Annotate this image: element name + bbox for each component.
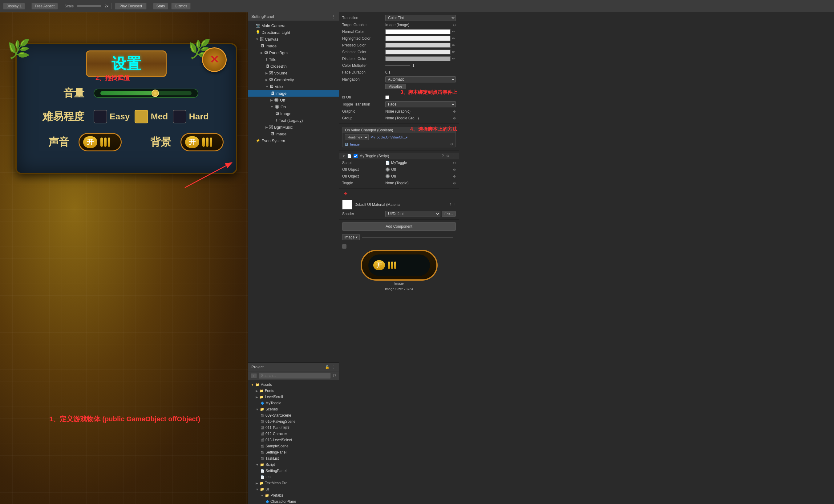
target-graphic-pick[interactable]: ⊙ bbox=[453, 23, 456, 27]
play-focused-btn[interactable]: Play Focused bbox=[115, 3, 147, 9]
proj-mytoggle-asset[interactable]: 🔷 MyToggle bbox=[248, 400, 339, 406]
preview-expand-btn[interactable] bbox=[342, 244, 347, 249]
pressed-color-swatch[interactable] bbox=[385, 43, 451, 48]
highlighted-color-swatch[interactable] bbox=[385, 36, 451, 41]
hier-item-panelbgm[interactable]: ▶ 🖼 PanelBgm bbox=[248, 49, 339, 56]
image-dropdown-btn[interactable]: Image ▾ bbox=[342, 234, 360, 240]
proj-script-folder[interactable]: ▼ 📁 Script bbox=[248, 461, 339, 468]
hier-item-canvas[interactable]: ▼ 🖼 Canvas bbox=[248, 36, 339, 43]
proj-charactor-plane[interactable]: 🔷 CharactorPlane bbox=[248, 499, 339, 504]
add-component-btn[interactable]: Add Component bbox=[342, 222, 456, 231]
hier-item-bgmmusic[interactable]: ▶ 🖼 BgmMusic bbox=[248, 124, 339, 131]
volume-slider[interactable] bbox=[94, 89, 198, 98]
hier-item-image1[interactable]: 🖼 Image bbox=[248, 43, 339, 49]
sound-toggle[interactable]: 开 bbox=[79, 133, 122, 152]
disabled-color-swatch[interactable] bbox=[385, 56, 451, 61]
hier-item-title[interactable]: T Title bbox=[248, 56, 339, 63]
proj-scenes-folder[interactable]: ▼ 📁 Scenes bbox=[248, 406, 339, 412]
off-object-pick[interactable]: ⊙ bbox=[453, 168, 456, 172]
proj-setting-panel-script[interactable]: 📄 SettingPanel bbox=[248, 468, 339, 474]
hier-item-complexity[interactable]: ▶ 🖼 Complexity bbox=[248, 76, 339, 83]
close-button[interactable]: ✕ bbox=[202, 47, 227, 72]
hier-item-main-camera[interactable]: 📷 Main Camera bbox=[248, 22, 339, 29]
proj-test-script[interactable]: 📄 test bbox=[248, 474, 339, 480]
shader-dropdown[interactable]: UI/Default bbox=[385, 211, 440, 217]
is-on-checkbox[interactable] bbox=[385, 95, 389, 99]
hier-item-voice[interactable]: ▼ 🖼 Voice bbox=[248, 83, 339, 90]
normal-color-picker[interactable]: ✏ bbox=[452, 29, 456, 34]
my-toggle-menu-icon[interactable]: ⋮ bbox=[452, 154, 456, 158]
proj-sample-scene[interactable]: 🎬 SampleScene bbox=[248, 443, 339, 449]
on-object-pick[interactable]: ⊙ bbox=[453, 175, 456, 179]
hier-item-volume[interactable]: ▶ 🖼 Volume bbox=[248, 70, 339, 76]
navigation-dropdown[interactable]: Automatic bbox=[385, 76, 456, 83]
off-icon: 🔘 bbox=[274, 98, 279, 102]
proj-scene2[interactable]: 🎬 010-PalvingScene bbox=[248, 418, 339, 425]
proj-ui-folder[interactable]: ▼ 📁 UI bbox=[248, 486, 339, 492]
pressed-color-picker[interactable]: ✏ bbox=[452, 43, 456, 47]
visualize-btn[interactable]: Visualize bbox=[385, 84, 405, 89]
selected-color-picker[interactable]: ✏ bbox=[452, 50, 456, 54]
my-toggle-header[interactable]: ▼ 📄 My Toggle (Script) ? ⚙ ⋮ bbox=[339, 153, 459, 159]
add-asset-btn[interactable]: + bbox=[251, 373, 257, 378]
hier-item-on[interactable]: ▼ 🔘 On bbox=[248, 104, 339, 110]
hier-item-off[interactable]: ▶ 🔘 Off bbox=[248, 97, 339, 104]
canvas-arrow: ▼ bbox=[256, 38, 259, 41]
project-menu-icon[interactable]: ⋮ bbox=[332, 365, 336, 369]
display-dropdown[interactable]: Display 1 bbox=[3, 3, 25, 9]
normal-color-swatch[interactable] bbox=[385, 29, 451, 34]
lock-icon[interactable]: 🔒 bbox=[325, 365, 330, 369]
image-dropdown-line bbox=[362, 237, 453, 237]
my-toggle-enabled[interactable] bbox=[354, 154, 357, 158]
stats-btn[interactable]: Stats bbox=[153, 3, 168, 9]
scale-slider[interactable] bbox=[77, 5, 101, 7]
edit-btn[interactable]: Edit... bbox=[442, 211, 456, 216]
hier-item-on-image[interactable]: 🖼 Image bbox=[248, 110, 339, 117]
easy-option[interactable]: Easy bbox=[94, 110, 130, 123]
project-search-input[interactable] bbox=[259, 373, 330, 379]
proj-assets-folder[interactable]: ▼ 📁 Assets bbox=[248, 382, 339, 388]
proj-prefabs-folder[interactable]: ▼ 📁 Prefabs bbox=[248, 492, 339, 499]
toggle-bars bbox=[101, 138, 110, 147]
transition-row: Transition Color Tint bbox=[339, 14, 459, 22]
proj-levelscroll-folder[interactable]: ▶ 📁 LevelScroll bbox=[248, 394, 339, 400]
hier-item-dir-light[interactable]: 💡 Directional Light bbox=[248, 29, 339, 36]
aspect-dropdown[interactable]: Free Aspect bbox=[31, 3, 58, 9]
highlighted-color-picker[interactable]: ✏ bbox=[452, 36, 456, 41]
toggle-transition-dropdown[interactable]: Fade bbox=[385, 101, 456, 107]
color-multiplier-slider[interactable] bbox=[385, 65, 410, 66]
hier-item-on-text[interactable]: T Text (Legacy) bbox=[248, 117, 339, 124]
graphic-pick[interactable]: ⊙ bbox=[453, 110, 456, 114]
event-image-pick[interactable]: ⊙ bbox=[450, 142, 453, 146]
proj-scene5[interactable]: 🎬 013-LevelSelect bbox=[248, 437, 339, 443]
hier-item-eventsystem[interactable]: ⚡ EventSystem bbox=[248, 137, 339, 144]
toggle-ref-pick[interactable]: ⊙ bbox=[453, 181, 456, 185]
hier-item-closebtn[interactable]: 🖼 CloseBtn bbox=[248, 63, 339, 70]
runtime-dropdown[interactable]: Runtime▾ bbox=[345, 134, 369, 140]
complexity-icon: 🖼 bbox=[269, 77, 273, 82]
gizmos-btn[interactable]: Gizmos bbox=[171, 3, 191, 9]
help-icon[interactable]: ? bbox=[442, 154, 444, 158]
is-on-label: Is On bbox=[342, 95, 385, 99]
material-menu[interactable]: ⋮ bbox=[453, 203, 456, 207]
proj-scene3[interactable]: 🎬 011-Panel面板 bbox=[248, 425, 339, 431]
bg-toggle[interactable]: 开 bbox=[180, 133, 224, 152]
my-toggle-settings-icon[interactable]: ⚙ bbox=[446, 154, 449, 158]
proj-scene1[interactable]: 🎬 009-StartScene bbox=[248, 412, 339, 418]
hierarchy-menu-icon[interactable]: ⋮ bbox=[332, 14, 336, 19]
proj-fonts-folder[interactable]: ▶ 📁 Fonts bbox=[248, 388, 339, 394]
proj-tasklist[interactable]: 🎬 TaskList bbox=[248, 455, 339, 461]
material-help[interactable]: ? bbox=[449, 203, 451, 206]
selected-color-swatch[interactable] bbox=[385, 49, 451, 54]
proj-scene4[interactable]: 🎬 012-Chracter bbox=[248, 431, 339, 437]
hard-option[interactable]: Hard bbox=[173, 110, 208, 123]
transition-dropdown[interactable]: Color Tint bbox=[385, 15, 456, 21]
disabled-color-picker[interactable]: ✏ bbox=[452, 56, 456, 61]
script-pick[interactable]: ⊙ bbox=[453, 161, 456, 165]
hier-item-image-selected[interactable]: 🖼 Image bbox=[248, 90, 339, 97]
proj-textmesh-folder[interactable]: ▶ 📁 TextMesh Pro bbox=[248, 480, 339, 486]
med-option[interactable]: Med bbox=[135, 110, 168, 123]
hier-item-bgm-image[interactable]: 🖼 Image bbox=[248, 131, 339, 137]
proj-setting-panel[interactable]: 🎬 SettingPanel bbox=[248, 449, 339, 455]
group-pick[interactable]: ⊙ bbox=[453, 116, 456, 120]
